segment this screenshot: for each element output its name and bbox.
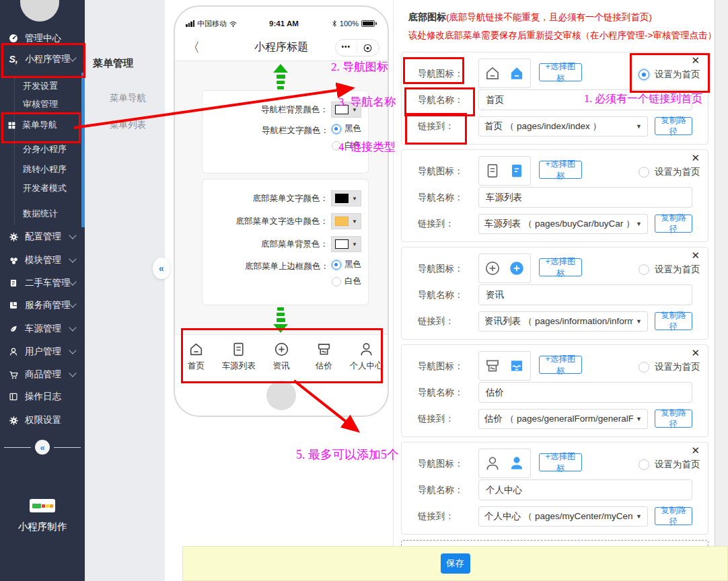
sidebar-item-used-car[interactable]: 二手车管理 [0,273,85,293]
sidebar-item-label: 开发设置 [23,80,58,92]
clock-label: 9:41 AM [238,20,330,28]
choose-icon-button[interactable]: +选择图标 [539,258,582,276]
tab-border-black-option[interactable]: 黑色 [332,259,361,270]
tab-bg-color-picker[interactable]: ▼ [331,236,361,252]
chevron-down-icon [69,323,76,331]
copy-path-button[interactable]: 复制路径 [655,215,692,233]
avatar[interactable] [20,0,59,22]
sidebar-item-label: 分身小程序 [23,143,67,155]
nav-name-input[interactable]: 首页 [478,89,692,110]
close-icon[interactable]: ✕ [691,444,700,457]
submenu-item-menu-list[interactable]: 菜单列表 [110,119,146,131]
sidebar-item-modules[interactable]: 模块管理 [0,250,85,270]
close-icon[interactable]: ✕ [691,249,700,262]
copy-path-button[interactable]: 复制路径 [655,312,692,330]
app-logo [30,499,55,512]
link-to-label: 链接到： [418,120,454,132]
radio-icon[interactable] [639,167,649,178]
nav-name-input[interactable]: 个人中心 [478,479,692,500]
nav-item-card: ✕ 导航图标： +选择图标 设置为首页 导航名称： 首页 链接到： 首页 （ p… [401,52,708,145]
sidebar-item-users[interactable]: 用户管理 [0,342,85,362]
link-select[interactable]: 资讯列表 （ pages/information/informa▼ [478,311,648,332]
nav-icon-label: 导航图标： [418,360,464,373]
choose-icon-button[interactable]: +选择图标 [539,356,582,374]
nav-text-black-option[interactable]: 黑色 [332,123,361,134]
nav-bg-color-picker[interactable]: ▼ [331,102,361,118]
set-home-radio[interactable]: 设置为首页 [639,264,700,276]
radio-icon[interactable] [639,362,649,373]
icon-pair-box [478,351,531,381]
copy-path-button[interactable]: 复制路径 [655,507,692,525]
nav-text-color-label: 导航栏文字颜色： [262,125,329,137]
choose-icon-button[interactable]: +选择图标 [539,161,582,179]
chevron-down-icon: ▼ [636,221,642,227]
tab-border-white-option[interactable]: 白色 [332,276,361,287]
panel-warning: 该处修改底部菜单需要保存后重新提交审核（在小程序管理->审核管理点击） [408,30,717,42]
sidebar-item-admin-center[interactable]: 管理中心 [0,28,85,48]
radio-icon[interactable] [332,277,341,286]
tab-profile: 个人中心 [345,335,388,380]
nav-name-label: 导航名称： [418,192,464,204]
tab-text-color-picker[interactable]: ▼ [331,190,361,206]
sidebar-item-op-log[interactable]: 操作日志 [0,387,85,407]
sidebar-item-config[interactable]: 配置管理 [0,227,85,247]
sidebar-item-label: 二手车管理 [25,277,71,289]
layout-icon [8,300,19,311]
sidebar-item-goods[interactable]: 商品管理 [0,364,85,385]
radio-icon[interactable] [639,459,649,470]
exit-target-icon [363,43,373,53]
app-logo-label: 小程序制作 [0,520,85,533]
close-icon[interactable]: ✕ [691,54,700,67]
green-down-arrow [273,307,288,333]
log-icon [8,391,19,402]
icon-pair-box [478,59,531,88]
cart-icon [8,369,19,380]
sidebar-item-label: 开发者模式 [23,182,67,194]
link-to-label: 链接到： [418,510,454,522]
tab-text-selected-color-picker[interactable]: ▼ [331,213,361,229]
set-home-radio[interactable]: 设置为首页 [639,166,700,178]
radio-icon[interactable] [639,69,649,80]
scrollbar-track[interactable] [715,0,728,546]
link-select[interactable]: 个人中心 （ pages/myCenter/myCente▼ [478,506,648,527]
set-home-radio[interactable]: 设置为首页 [639,361,700,373]
sidebar-item-menu-nav[interactable]: 菜单导航 [0,115,92,135]
nav-name-input[interactable]: 估价 [478,382,692,403]
save-button[interactable]: 保存 [441,553,470,574]
copy-path-button[interactable]: 复制路径 [655,117,692,135]
close-icon[interactable]: ✕ [691,347,700,359]
radio-icon[interactable] [332,124,341,134]
nav-text-white-option[interactable]: 白色 [332,140,361,151]
close-icon[interactable]: ✕ [691,152,700,164]
sidebar-item-label: 操作日志 [25,391,61,403]
save-bar: 保存 [182,546,728,581]
radio-icon[interactable] [332,260,341,270]
link-select[interactable]: 首页 （ pages/index/index ）▼ [478,116,648,137]
link-select[interactable]: 车源列表 （ pages/buyCar/buyCar ）▼ [478,214,648,234]
copy-path-button[interactable]: 复制路径 [655,410,692,428]
chevron-down-icon [69,255,76,262]
sidebar-item-car-source[interactable]: 车源管理 [0,319,85,339]
nav-name-label: 导航名称： [418,484,464,496]
sidebar-item-provider[interactable]: 服务商管理 [0,295,85,315]
submenu-item-menu-nav[interactable]: 菜单导航 [110,92,146,104]
app-root: 管理中心 S,小程序管理 开发设置 审核管理 菜单导航 分身小程序 跳转小程序 … [0,0,728,581]
nav-icon-label: 导航图标： [418,458,464,470]
doc-icon-selected [508,162,525,180]
sidebar-item-miniprogram[interactable]: S,小程序管理 [0,49,85,69]
sidebar-item-permissions[interactable]: 权限设置 [0,410,85,430]
nav-name-input[interactable]: 资讯 [478,284,692,305]
set-home-radio[interactable]: 设置为首页 [639,69,700,81]
sidebar-collapse-button[interactable]: « [35,440,50,455]
carrier-label: 中国移动 [197,19,227,29]
set-home-radio[interactable]: 设置为首页 [639,459,700,471]
submenu-collapse-button[interactable]: « [153,258,170,279]
nav-item-card: ✕ 导航图标： +选择图标 设置为首页 导航名称： 个人中心 链接到： 个人中心… [401,442,708,535]
choose-icon-button[interactable]: +选择图标 [539,453,582,471]
icon-pair-box [478,254,531,283]
nav-name-input[interactable]: 车源列表 [478,187,692,208]
radio-icon[interactable] [639,264,649,275]
link-select[interactable]: 估价 （ pages/generalForm/generalFor▼ [478,409,648,429]
radio-icon[interactable] [332,141,341,151]
choose-icon-button[interactable]: +选择图标 [539,63,582,81]
